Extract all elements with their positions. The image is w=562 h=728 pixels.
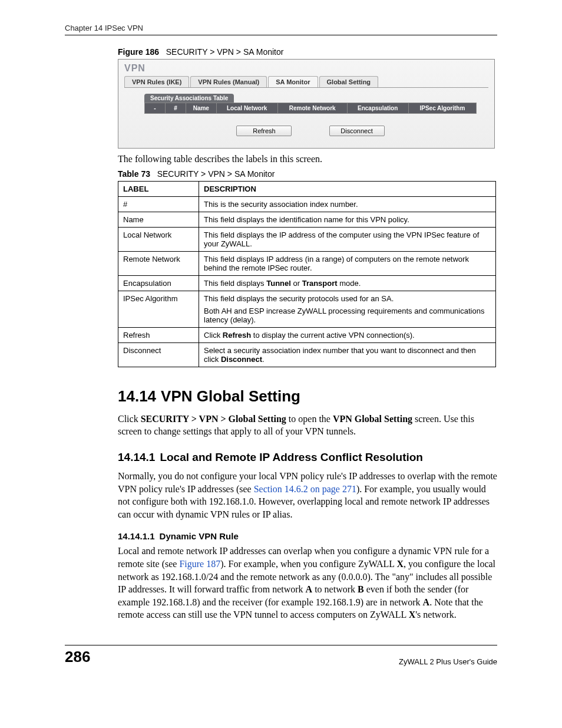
tab-sa-monitor[interactable]: SA Monitor xyxy=(268,76,318,87)
heading-14-14-1: 14.14.1Local and Remote IP Address Confl… xyxy=(118,451,497,464)
figure-caption: Figure 186 SECURITY > VPN > SA Monitor xyxy=(118,47,497,57)
disconnect-button[interactable]: Disconnect xyxy=(329,126,385,136)
col-remote-network: Remote Network xyxy=(277,103,347,114)
table-row: Remote Network This field displays IP ad… xyxy=(118,251,496,275)
header-rule xyxy=(65,35,497,35)
description-table: LABEL DESCRIPTION # This is the security… xyxy=(118,181,496,367)
ui-tab-bar: VPN Rules (IKE) VPN Rules (Manual) SA Mo… xyxy=(124,76,488,88)
table-row: Refresh Click Refresh to display the cur… xyxy=(118,327,496,342)
link-section-14-6-2[interactable]: Section 14.6.2 on page 271 xyxy=(254,484,356,494)
tab-global-setting[interactable]: Global Setting xyxy=(319,76,379,87)
col-encapsulation: Encapsulation xyxy=(347,103,408,114)
sa-table: - # Name Local Network Remote Network En… xyxy=(144,103,477,114)
intro-text: The following table describes the labels… xyxy=(118,153,497,166)
table-row: Encapsulation This field displays Tunnel… xyxy=(118,275,496,291)
panel-label: Security Associations Table xyxy=(144,94,234,103)
link-figure-187[interactable]: Figure 187 xyxy=(179,559,220,569)
vpn-ui-panel: VPN VPN Rules (IKE) VPN Rules (Manual) S… xyxy=(118,59,495,149)
para-14-14-1: Normally, you do not configure your loca… xyxy=(118,470,497,521)
ui-title: VPN xyxy=(124,63,488,74)
col-local-network: Local Network xyxy=(216,103,277,114)
th-label: LABEL xyxy=(118,181,199,196)
tab-vpn-rules-manual[interactable]: VPN Rules (Manual) xyxy=(190,76,267,87)
running-header: Chapter 14 IPSec VPN xyxy=(65,24,497,32)
col-index: # xyxy=(166,103,186,114)
th-description: DESCRIPTION xyxy=(199,181,496,196)
heading-14-14: 14.14VPN Global Setting xyxy=(118,387,497,406)
tab-vpn-rules-ike[interactable]: VPN Rules (IKE) xyxy=(124,76,189,87)
col-name: Name xyxy=(186,103,217,114)
table-caption: Table 73 SECURITY > VPN > SA Monitor xyxy=(118,169,497,179)
para-14-14: Click SECURITY > VPN > Global Setting to… xyxy=(118,413,497,438)
page-number: 286 xyxy=(65,648,90,666)
table-row: Disconnect Select a security association… xyxy=(118,342,496,367)
table-row: IPSec Algorithm This field displays the … xyxy=(118,291,496,327)
table-row: Local Network This field displays the IP… xyxy=(118,227,496,251)
para-14-14-1-1: Local and remote network IP addresses ca… xyxy=(118,545,497,621)
page-footer: 286 ZyWALL 2 Plus User's Guide xyxy=(65,645,497,666)
guide-title: ZyWALL 2 Plus User's Guide xyxy=(399,657,497,666)
col-select: - xyxy=(145,103,166,114)
col-ipsec-algorithm: IPSec Algorithm xyxy=(408,103,476,114)
heading-14-14-1-1: 14.14.1.1Dynamic VPN Rule xyxy=(118,531,497,541)
table-row: Name This field displays the identificat… xyxy=(118,212,496,227)
table-row: # This is the security association index… xyxy=(118,196,496,212)
refresh-button[interactable]: Refresh xyxy=(236,126,292,136)
